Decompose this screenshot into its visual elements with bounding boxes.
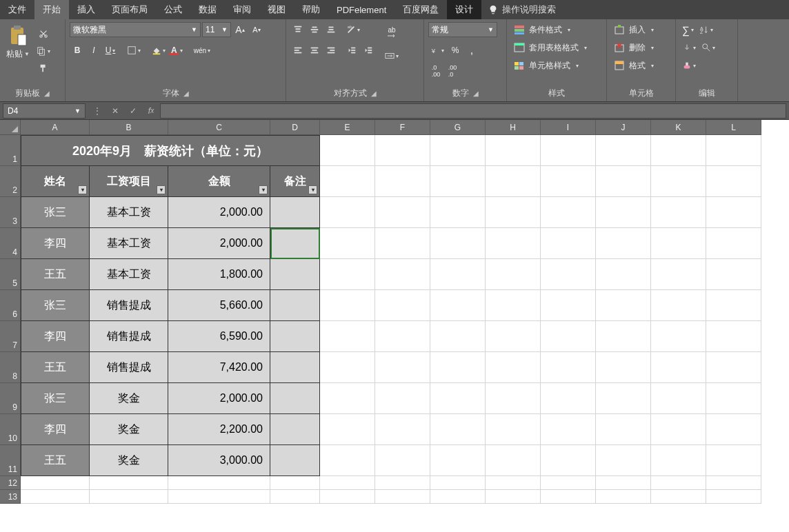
decrease-indent-button[interactable] bbox=[344, 43, 359, 58]
row-header-4[interactable]: 4 bbox=[0, 228, 21, 259]
table-row[interactable]: 王五 bbox=[21, 445, 90, 476]
table-cell[interactable]: 2,200.00 bbox=[168, 414, 270, 445]
col-header-J[interactable]: J bbox=[596, 120, 651, 135]
table-cell[interactable] bbox=[270, 228, 320, 259]
enter-formula-button[interactable]: ✓ bbox=[124, 103, 142, 119]
col-header-C[interactable]: C bbox=[168, 120, 270, 135]
table-header-2[interactable]: 金额▾ bbox=[168, 166, 270, 197]
row-header-12[interactable]: 12 bbox=[0, 476, 21, 490]
cancel-formula-button[interactable]: ✕ bbox=[106, 103, 124, 119]
col-header-D[interactable]: D bbox=[270, 120, 320, 135]
row-header-2[interactable]: 2 bbox=[0, 166, 21, 197]
row-header-1[interactable]: 1 bbox=[0, 135, 21, 166]
row-header-10[interactable]: 10 bbox=[0, 414, 21, 445]
align-center-button[interactable] bbox=[307, 43, 322, 58]
table-row[interactable]: 李四 bbox=[21, 228, 90, 259]
table-row[interactable]: 张三 bbox=[21, 290, 90, 321]
underline-button[interactable]: U▾ bbox=[103, 43, 118, 58]
font-color-button[interactable]: A▾ bbox=[169, 43, 185, 58]
font-size-combo[interactable]: 11▼ bbox=[202, 22, 231, 37]
table-row[interactable]: 张三 bbox=[21, 197, 90, 228]
tab-help[interactable]: 帮助 bbox=[294, 0, 328, 19]
namebox-more-icon[interactable]: ⋮ bbox=[88, 103, 106, 119]
merge-center-button[interactable]: ▾ bbox=[383, 48, 401, 63]
table-cell[interactable]: 基本工资 bbox=[90, 197, 168, 228]
table-cell[interactable]: 销售提成 bbox=[90, 290, 168, 321]
col-header-B[interactable]: B bbox=[90, 120, 168, 135]
wrap-text-button[interactable]: ab bbox=[383, 22, 401, 43]
align-left-button[interactable] bbox=[290, 43, 306, 58]
table-cell[interactable]: 2,000.00 bbox=[168, 228, 270, 259]
table-cell[interactable]: 7,420.00 bbox=[168, 352, 270, 383]
sort-filter-button[interactable]: AZ▾ bbox=[697, 22, 715, 37]
name-box[interactable]: D4▼ bbox=[3, 103, 86, 119]
table-cell[interactable]: 3,000.00 bbox=[168, 445, 270, 476]
table-cell[interactable] bbox=[270, 352, 320, 383]
row-header-9[interactable]: 9 bbox=[0, 383, 21, 414]
table-row[interactable]: 张三 bbox=[21, 383, 90, 414]
table-row[interactable]: 李四 bbox=[21, 321, 90, 352]
tab-baidu[interactable]: 百度网盘 bbox=[394, 0, 447, 19]
row-header-5[interactable]: 5 bbox=[0, 259, 21, 290]
font-name-combo[interactable]: 微软雅黑▼ bbox=[70, 22, 201, 37]
table-cell[interactable] bbox=[270, 414, 320, 445]
table-cell[interactable]: 2,000.00 bbox=[168, 197, 270, 228]
currency-button[interactable]: ¥▾ bbox=[428, 43, 446, 58]
number-launcher-icon[interactable]: ◢ bbox=[473, 90, 479, 97]
col-header-E[interactable]: E bbox=[320, 120, 375, 135]
table-cell[interactable]: 6,590.00 bbox=[168, 321, 270, 352]
cell-style-button[interactable]: 单元格样式▾ bbox=[511, 58, 590, 73]
row-header-7[interactable]: 7 bbox=[0, 321, 21, 352]
copy-button[interactable]: ▾ bbox=[34, 43, 52, 59]
increase-font-button[interactable]: A▴ bbox=[232, 22, 248, 37]
tab-insert[interactable]: 插入 bbox=[69, 0, 103, 19]
table-cell[interactable]: 基本工资 bbox=[90, 259, 168, 290]
table-header-0[interactable]: 姓名▾ bbox=[21, 166, 90, 197]
row-header-3[interactable]: 3 bbox=[0, 197, 21, 228]
tab-formulas[interactable]: 公式 bbox=[156, 0, 190, 19]
table-cell[interactable] bbox=[270, 321, 320, 352]
comma-button[interactable]: , bbox=[464, 43, 479, 58]
tab-data[interactable]: 数据 bbox=[190, 0, 225, 19]
col-header-K[interactable]: K bbox=[651, 120, 706, 135]
filter-button-2[interactable]: ▾ bbox=[259, 185, 268, 194]
select-all-corner[interactable] bbox=[0, 120, 21, 135]
bold-button[interactable]: B bbox=[70, 43, 85, 58]
table-cell[interactable] bbox=[270, 445, 320, 476]
insert-cells-button[interactable]: 插入▾ bbox=[611, 22, 657, 37]
italic-button[interactable]: I bbox=[86, 43, 101, 58]
col-header-L[interactable]: L bbox=[706, 120, 761, 135]
row-header-6[interactable]: 6 bbox=[0, 290, 21, 321]
table-row[interactable]: 王五 bbox=[21, 259, 90, 290]
format-painter-button[interactable] bbox=[34, 61, 52, 76]
align-middle-button[interactable] bbox=[307, 22, 322, 37]
autosum-button[interactable]: ∑▾ bbox=[680, 22, 696, 37]
tab-pagelayout[interactable]: 页面布局 bbox=[103, 0, 156, 19]
table-row[interactable]: 李四 bbox=[21, 414, 90, 445]
format-cells-button[interactable]: 格式▾ bbox=[611, 58, 657, 73]
orientation-button[interactable]: ab▾ bbox=[344, 22, 362, 37]
tab-home[interactable]: 开始 bbox=[34, 0, 69, 19]
filter-button-3[interactable]: ▾ bbox=[308, 185, 317, 194]
table-cell[interactable]: 奖金 bbox=[90, 383, 168, 414]
table-cell[interactable] bbox=[270, 259, 320, 290]
table-cell[interactable]: 奖金 bbox=[90, 445, 168, 476]
paste-button[interactable]: 粘贴▼ bbox=[4, 22, 32, 60]
decrease-decimal-button[interactable]: .00.0 bbox=[445, 63, 460, 79]
filter-button-1[interactable]: ▾ bbox=[157, 185, 166, 194]
table-format-button[interactable]: 套用表格格式▾ bbox=[511, 40, 590, 55]
table-cell[interactable]: 奖金 bbox=[90, 414, 168, 445]
table-cell[interactable] bbox=[270, 383, 320, 414]
tab-design[interactable]: 设计 bbox=[447, 0, 481, 19]
table-cell[interactable] bbox=[270, 197, 320, 228]
phonetic-button[interactable]: wén▾ bbox=[192, 43, 212, 58]
formula-input[interactable] bbox=[160, 103, 786, 119]
find-select-button[interactable]: ▾ bbox=[699, 40, 717, 55]
col-header-G[interactable]: G bbox=[430, 120, 486, 135]
table-cell[interactable]: 基本工资 bbox=[90, 228, 168, 259]
col-header-I[interactable]: I bbox=[541, 120, 596, 135]
delete-cells-button[interactable]: 删除▾ bbox=[611, 40, 657, 55]
table-row[interactable]: 王五 bbox=[21, 352, 90, 383]
table-cell[interactable]: 销售提成 bbox=[90, 352, 168, 383]
increase-indent-button[interactable] bbox=[361, 43, 376, 58]
